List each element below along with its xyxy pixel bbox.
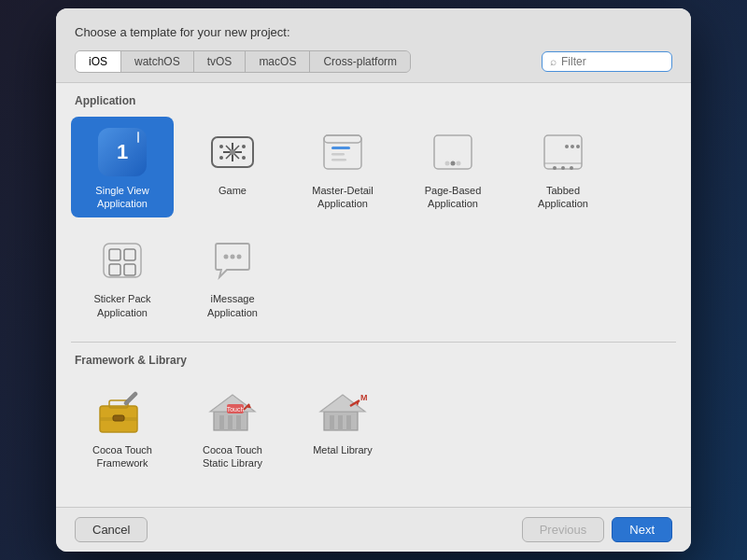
page-based-icon [427, 126, 479, 178]
svg-point-24 [565, 145, 569, 148]
template-metal-library[interactable]: M Metal Library [291, 376, 394, 478]
template-cocoa-touch-framework[interactable]: Cocoa TouchFramework [71, 376, 174, 478]
svg-rect-30 [109, 264, 120, 275]
svg-text:Touch: Touch [227, 406, 245, 413]
template-cocoa-touch-static[interactable]: Touch Cocoa TouchStatic Library [181, 376, 284, 478]
filter-input[interactable] [561, 55, 664, 68]
sticker-pack-icon [96, 234, 148, 287]
svg-point-21 [553, 166, 557, 170]
svg-point-25 [571, 145, 574, 148]
framework-grid: Cocoa TouchFramework Touch [71, 376, 676, 478]
framework-section-label: Framework & Library [71, 354, 676, 367]
platform-tabs: iOS watchOS tvOS macOS Cross-platform [75, 50, 411, 73]
cocoa-touch-static-icon: Touch [206, 385, 259, 438]
template-game[interactable]: Game [181, 117, 284, 218]
tabbed-icon [537, 126, 589, 178]
tab-cross-platform[interactable]: Cross-platform [310, 51, 410, 72]
svg-point-23 [570, 166, 573, 170]
svg-rect-44 [236, 415, 241, 430]
cocoa-touch-framework-label: Cocoa TouchFramework [92, 443, 152, 470]
svg-rect-52 [338, 415, 343, 430]
svg-point-33 [231, 255, 235, 259]
filter-icon: ⌕ [550, 55, 557, 68]
tab-watchos[interactable]: watchOS [121, 51, 194, 72]
svg-point-26 [576, 145, 580, 148]
cocoa-touch-static-label: Cocoa TouchStatic Library [203, 443, 262, 470]
page-based-label: Page-BasedApplication [425, 184, 482, 211]
cancel-button[interactable]: Cancel [75, 517, 148, 542]
svg-point-5 [230, 149, 235, 155]
tab-tvos[interactable]: tvOS [194, 51, 247, 72]
svg-rect-10 [324, 135, 361, 169]
svg-point-6 [219, 145, 223, 148]
svg-rect-31 [124, 264, 135, 275]
tabbed-label: TabbedApplication [538, 184, 588, 211]
svg-point-22 [561, 166, 565, 170]
template-tabbed[interactable]: TabbedApplication [512, 117, 614, 218]
svg-point-7 [219, 156, 223, 160]
section-divider [71, 342, 676, 343]
dialog-body: Application 1 Single ViewApplication [56, 83, 691, 508]
cocoa-touch-framework-icon [96, 385, 148, 438]
svg-point-16 [445, 161, 450, 165]
dialog-footer: Cancel Previous Next [56, 507, 691, 552]
svg-rect-42 [219, 415, 224, 430]
dialog: Choose a template for your new project: … [56, 8, 691, 553]
dialog-title: Choose a template for your new project: [75, 25, 672, 39]
game-label: Game [218, 184, 247, 197]
template-imessage[interactable]: iMessageApplication [181, 225, 284, 327]
application-grid: 1 Single ViewApplication [71, 117, 676, 327]
template-sticker-pack[interactable]: Sticker PackApplication [71, 225, 174, 327]
svg-point-9 [242, 156, 246, 160]
svg-rect-13 [331, 153, 345, 156]
svg-rect-28 [109, 249, 120, 260]
svg-rect-51 [330, 415, 334, 430]
imessage-label: iMessageApplication [207, 292, 258, 319]
svg-point-34 [237, 255, 242, 259]
svg-rect-39 [123, 391, 138, 406]
tabs-and-filter: iOS watchOS tvOS macOS Cross-platform ⌕ [75, 50, 672, 73]
svg-rect-19 [544, 135, 582, 169]
metal-library-icon: M [317, 385, 369, 438]
svg-point-18 [457, 161, 461, 165]
imessage-icon [206, 234, 259, 287]
master-detail-label: Master-DetailApplication [312, 184, 373, 211]
dialog-header: Choose a template for your new project: … [56, 8, 691, 83]
svg-rect-29 [124, 249, 135, 260]
nav-buttons: Previous Next [522, 517, 672, 542]
game-icon [206, 126, 259, 178]
template-page-based[interactable]: Page-BasedApplication [402, 117, 504, 218]
metal-library-label: Metal Library [313, 443, 373, 456]
application-section-label: Application [71, 94, 676, 107]
template-master-detail[interactable]: Master-DetailApplication [291, 117, 394, 218]
svg-text:M: M [360, 393, 368, 402]
svg-rect-14 [331, 159, 346, 161]
sticker-pack-label: Sticker PackApplication [93, 292, 150, 319]
svg-rect-11 [324, 135, 361, 143]
svg-point-32 [224, 255, 229, 259]
svg-rect-53 [346, 415, 351, 430]
tab-macos[interactable]: macOS [246, 51, 310, 72]
svg-rect-43 [228, 415, 233, 430]
previous-button[interactable]: Previous [522, 517, 605, 542]
master-detail-icon [317, 126, 369, 178]
svg-point-8 [242, 145, 246, 148]
single-view-label: Single ViewApplication [95, 184, 148, 211]
filter-box: ⌕ [542, 51, 672, 72]
next-button[interactable]: Next [612, 517, 672, 542]
svg-rect-38 [113, 415, 124, 421]
svg-point-17 [451, 161, 456, 165]
svg-rect-12 [331, 147, 350, 149]
single-view-icon: 1 [96, 126, 148, 178]
tab-ios[interactable]: iOS [76, 51, 121, 72]
template-single-view[interactable]: 1 Single ViewApplication [71, 117, 174, 218]
